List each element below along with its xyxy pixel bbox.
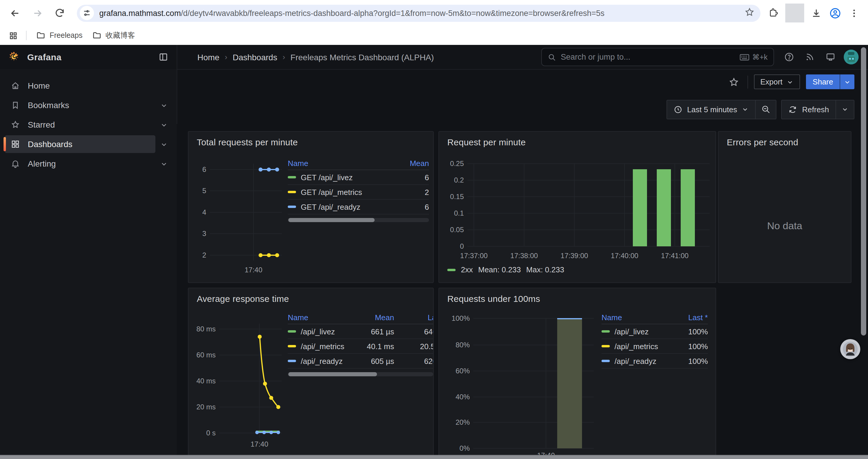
- refresh-interval-button[interactable]: [836, 100, 854, 119]
- legend-col-name[interactable]: Name: [288, 313, 353, 322]
- chevron-down-icon: [787, 78, 794, 85]
- share-button[interactable]: Share: [806, 74, 855, 89]
- collapse-sidebar-button[interactable]: [158, 52, 168, 62]
- sidebar-item-dashboards[interactable]: Dashboards: [5, 135, 172, 154]
- legend-row[interactable]: /api/_readyz 605 µs 620 µs: [288, 354, 434, 369]
- dashboards-grid-icon: [11, 139, 20, 149]
- legend-row[interactable]: /api/_metrics 40.1 ms 20.5 ms: [288, 339, 434, 354]
- browser-forward-button[interactable]: [27, 3, 47, 23]
- panel-average-response-time: Average response time 80 ms 60 ms 40 ms …: [188, 288, 434, 459]
- bars-2xx: [633, 169, 695, 246]
- address-bar[interactable]: grafana.mathmast.com/d/deytv4rwavabkb/fr…: [77, 4, 761, 22]
- series-swatch-blue: [288, 205, 296, 208]
- legend-row[interactable]: /api/_livez 661 µs 646 µs: [288, 324, 434, 339]
- favorite-dashboard-button[interactable]: [726, 74, 741, 90]
- bookmark-star-button[interactable]: [745, 7, 754, 19]
- sidebar-item-bookmarks[interactable]: Bookmarks: [5, 96, 172, 114]
- legend[interactable]: 2xx Mean: 0.233 Max: 0.233: [447, 265, 564, 274]
- svg-text:6: 6: [203, 165, 206, 173]
- svg-text:17:40: 17:40: [251, 440, 268, 448]
- svg-text:60%: 60%: [456, 367, 470, 375]
- panel-requests-under-100ms: Requests under 100ms 100% 80% 60% 40% 20…: [438, 288, 716, 459]
- news-button[interactable]: [802, 49, 817, 65]
- share-menu-button[interactable]: [840, 74, 855, 89]
- breadcrumb-home[interactable]: Home: [197, 52, 219, 62]
- avatar-image: [841, 340, 859, 358]
- bookmark-folder-label: Freeleaps: [50, 31, 83, 40]
- panel-request-per-minute: Request per minute 0.25 0.2 0.15: [438, 131, 716, 283]
- chevron-down-icon[interactable]: [155, 140, 172, 148]
- search-input[interactable]: Search or jump to... ⌘+k: [541, 48, 774, 66]
- user-avatar[interactable]: [843, 49, 859, 65]
- help-button[interactable]: [781, 49, 797, 65]
- profile-icon: [829, 7, 841, 19]
- chevron-down-icon[interactable]: [155, 160, 172, 167]
- panel-title[interactable]: Errors per second: [718, 132, 851, 147]
- legend-col-mean[interactable]: Mean: [399, 159, 429, 167]
- home-icon: [11, 81, 20, 90]
- time-range-picker[interactable]: Last 5 minutes: [667, 100, 755, 119]
- sidebar-item-starred[interactable]: Starred: [5, 115, 172, 134]
- extensions-button[interactable]: [764, 4, 783, 23]
- browser-toolbar: grafana.mathmast.com/d/deytv4rwavabkb/fr…: [0, 0, 868, 26]
- dashboard-canvas: Total requests per minute 6 5 4 3 2: [177, 124, 868, 459]
- legend-col-name[interactable]: Name: [288, 159, 399, 167]
- vertical-scrollbar[interactable]: [861, 47, 866, 335]
- refresh-group: Refresh: [781, 100, 855, 119]
- bell-icon: [11, 159, 20, 168]
- grafana-logo: [8, 51, 20, 63]
- legend-row[interactable]: /api/_livez 100%: [601, 324, 708, 339]
- kebab-menu-icon: [849, 8, 859, 18]
- series-metrics-line: [258, 253, 279, 257]
- scrollbar-thumb[interactable]: [288, 372, 377, 376]
- legend-row[interactable]: GET /api/_readyz 6: [288, 200, 429, 215]
- legend-col-last[interactable]: Last *: [394, 313, 434, 322]
- chevron-down-icon[interactable]: [155, 121, 172, 129]
- monitor-icon: [825, 52, 835, 62]
- horizontal-scrollbar[interactable]: [0, 455, 868, 459]
- export-label: Export: [760, 77, 782, 86]
- bookmark-folder-blogs[interactable]: 收藏博客: [87, 28, 140, 43]
- screen: grafana.mathmast.com/d/deytv4rwavabkb/fr…: [0, 0, 868, 459]
- apps-grid-button[interactable]: [5, 27, 21, 44]
- browser-menu-button[interactable]: [844, 4, 863, 23]
- breadcrumb-separator: ›: [225, 53, 227, 61]
- header-right: Home › Dashboards › Freeleaps Metrics Da…: [177, 45, 868, 69]
- kiosk-mode-button[interactable]: [823, 49, 838, 65]
- legend-col-last[interactable]: Last *: [675, 313, 708, 322]
- downloads-button[interactable]: [807, 4, 826, 23]
- refresh-icon: [788, 105, 797, 114]
- bar-chart[interactable]: 0.25 0.2 0.15 0.1 0.05 0 17:37:00 17:38:…: [439, 132, 716, 283]
- floating-assistant-avatar[interactable]: [840, 339, 860, 359]
- sidebar-item-alerting[interactable]: Alerting: [5, 154, 172, 173]
- site-settings-icon[interactable]: [80, 6, 94, 20]
- scrollbar-thumb[interactable]: [288, 218, 375, 222]
- sidebar-item-home[interactable]: Home: [5, 76, 172, 95]
- avatar-image: [843, 50, 858, 64]
- time-range-label: Last 5 minutes: [687, 105, 737, 114]
- bookmark-folder-freeleaps[interactable]: Freeleaps: [31, 28, 87, 42]
- breadcrumb-dashboards[interactable]: Dashboards: [232, 52, 277, 62]
- svg-text:20 ms: 20 ms: [196, 403, 216, 411]
- legend-scrollbar[interactable]: [288, 372, 433, 376]
- refresh-button[interactable]: Refresh: [782, 100, 836, 119]
- export-button[interactable]: Export: [754, 74, 800, 89]
- series-swatch-green: [447, 268, 456, 271]
- svg-text:4: 4: [203, 208, 206, 216]
- browser-reload-button[interactable]: [50, 3, 70, 23]
- legend-row[interactable]: /api/_metrics 100%: [601, 339, 708, 354]
- profile-button[interactable]: [826, 4, 844, 23]
- legend-row[interactable]: GET /api/_livez 6: [288, 170, 429, 185]
- legend-col-name[interactable]: Name: [601, 313, 675, 322]
- zoom-out-time-button[interactable]: [756, 100, 776, 119]
- svg-text:100%: 100%: [452, 314, 470, 322]
- legend-col-mean[interactable]: Mean: [353, 313, 394, 322]
- svg-text:3: 3: [203, 230, 206, 237]
- browser-back-button[interactable]: [5, 3, 25, 23]
- series-swatch-green: [288, 330, 296, 333]
- legend-scrollbar[interactable]: [288, 218, 429, 222]
- chevron-down-icon[interactable]: [155, 101, 172, 109]
- legend-row[interactable]: GET /api/_metrics 2: [288, 185, 429, 200]
- legend-row[interactable]: /api/_readyz 100%: [601, 354, 708, 369]
- svg-text:17:39:00: 17:39:00: [560, 252, 588, 260]
